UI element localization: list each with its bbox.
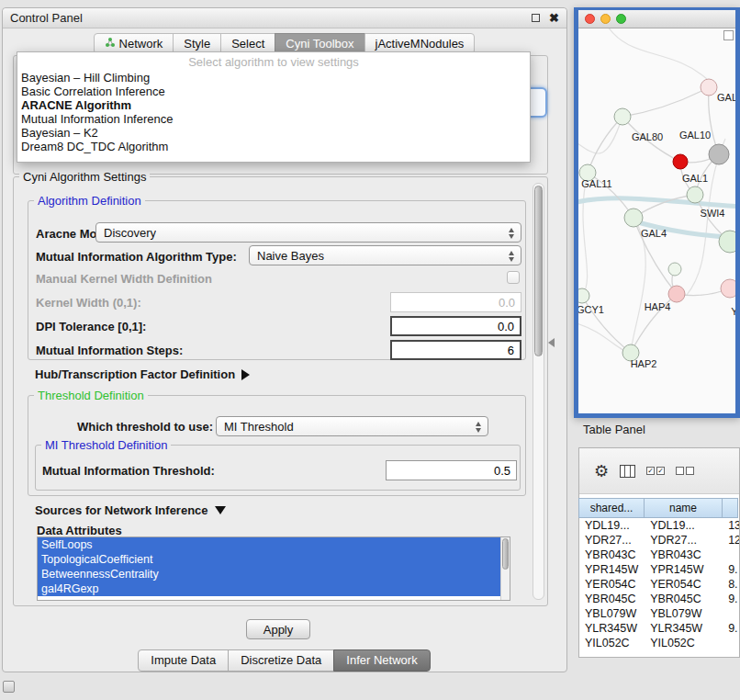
mi-type-value: Naive Bayes: [257, 249, 324, 263]
mi-threshold-field[interactable]: [386, 460, 517, 480]
network-tab-icon: [105, 37, 116, 51]
attribute-list[interactable]: SelfLoopsTopologicalCoefficientBetweenne…: [37, 536, 510, 601]
table-row[interactable]: YBR043CYBR043C: [579, 548, 739, 562]
bottom-tab-discretize-data[interactable]: Discretize Data: [228, 649, 334, 672]
table-cell: YDL19...: [579, 518, 645, 533]
unselect-all-columns-icon[interactable]: [676, 467, 694, 475]
table-cell: 9.: [723, 562, 739, 577]
column-header-2[interactable]: [722, 498, 738, 518]
mi-steps-field[interactable]: [390, 340, 521, 360]
node-GAL1[interactable]: [687, 186, 703, 203]
close-panel-icon[interactable]: ✖: [549, 12, 559, 24]
table-row[interactable]: YPR145WYPR145W9.: [579, 562, 739, 577]
column-header-name[interactable]: name: [644, 498, 723, 518]
window-title: Control Panel: [10, 11, 83, 25]
algorithm-option-bayesian-hill-climbing[interactable]: Bayesian – Hill Climbing: [17, 71, 530, 85]
table-row[interactable]: YDL19...YDL19...13: [579, 518, 739, 533]
table-row[interactable]: YBR045CYBR045C9.: [579, 592, 739, 606]
table-cell: YLR345W: [645, 621, 723, 636]
table-cell: YBR043C: [645, 548, 723, 562]
algorithm-definition-title: Algorithm Definition: [34, 194, 145, 208]
close-traffic-light[interactable]: [585, 14, 595, 24]
birdseye-toggle[interactable]: [723, 30, 734, 40]
table-row[interactable]: YBL079WYBL079W: [579, 606, 739, 621]
algorithm-option-mutual-information-inference[interactable]: Mutual Information Inference: [17, 112, 530, 126]
table-cell: YDR27...: [645, 533, 723, 548]
settings-scrollbar[interactable]: [533, 183, 544, 600]
algorithm-option-basic-correlation-inference[interactable]: Basic Correlation Inference: [17, 85, 530, 98]
table-row[interactable]: YIL052CYIL052C: [579, 636, 739, 650]
network-edge[interactable]: [622, 87, 709, 117]
mi-type-combo[interactable]: Naive Bayes: [249, 245, 521, 265]
aracne-mode-combo[interactable]: Discovery: [95, 222, 521, 243]
node-GAL4[interactable]: [624, 209, 643, 227]
table-cell: YER054C: [645, 577, 723, 592]
table-cell: YIL052C: [645, 636, 723, 650]
table-panel: ⚙ ✓✓ shared...name YDL19...YDL19...13YDR…: [578, 447, 740, 658]
bottom-tab-label: Impute Data: [151, 653, 216, 667]
network-edge[interactable]: [588, 117, 622, 173]
network-canvas[interactable]: GAL80GAL10GAL11GAL1SWI4GAL4GCY1HAP4HAP2G…: [578, 28, 735, 413]
control-panel-titlebar: Control Panel ✖: [3, 8, 566, 28]
node-center[interactable]: [668, 263, 681, 276]
bottom-tab-infer-network[interactable]: Infer Network: [333, 649, 430, 672]
table-cell: 9.: [723, 592, 739, 606]
mi-steps-label: Mutual Information Steps:: [36, 344, 183, 357]
show-columns-icon[interactable]: [620, 465, 635, 478]
zoom-traffic-light[interactable]: [616, 14, 626, 24]
tab-label: Style: [184, 37, 210, 51]
table-cell: 8.: [723, 577, 739, 592]
table-cell: YPR145W: [579, 562, 645, 577]
table-row[interactable]: YLR345WYLR345W9.: [579, 621, 739, 636]
kernel-width-field[interactable]: [390, 292, 521, 312]
attribute-list-scrollbar[interactable]: [500, 537, 510, 600]
algorithm-option-bayesian-k2[interactable]: Bayesian – K2: [17, 126, 530, 140]
attribute-item-betweennesscentrality[interactable]: BetweennessCentrality: [38, 567, 500, 581]
which-threshold-combo[interactable]: MI Threshold: [216, 416, 488, 436]
node-pink-right[interactable]: [721, 279, 735, 298]
float-window-icon[interactable]: [532, 14, 540, 22]
table-cell: YBL079W: [579, 606, 645, 621]
table-row[interactable]: YDR27...YDR27...12: [579, 533, 739, 548]
combo-updown-icon: [508, 227, 516, 240]
column-header-shared-[interactable]: shared...: [578, 498, 645, 518]
node-label-gal1: GAL1: [682, 173, 708, 184]
attribute-item-selfloops[interactable]: SelfLoops: [38, 537, 500, 552]
attribute-item-topologicalcoefficient[interactable]: TopologicalCoefficient: [38, 552, 500, 567]
node-pink-top[interactable]: [701, 79, 717, 96]
attribute-item-gal4rgexp[interactable]: gal4RGexp: [38, 581, 500, 596]
attribute-list-scrollbar-thumb[interactable]: [502, 538, 509, 570]
tab-label: Select: [231, 37, 264, 51]
node-selected-red[interactable]: [673, 154, 688, 169]
node-GAL80[interactable]: [614, 108, 631, 125]
unchecked-box-icon: [686, 467, 694, 475]
sources-toggle[interactable]: Sources for Network Inference: [35, 503, 226, 517]
split-pane-collapse-handle[interactable]: [548, 338, 555, 347]
cyni-algorithm-settings-group: Cyni Algorithm Settings Algorithm Defini…: [13, 176, 548, 606]
manual-kernel-checkbox[interactable]: [507, 271, 520, 284]
hub-definition-toggle[interactable]: Hub/Transcription Factor Definition: [35, 367, 250, 381]
table-row[interactable]: YER054CYER054C8.: [579, 577, 739, 592]
table-body: YDL19...YDL19...13YDR27...YDR27...12YBR0…: [579, 518, 739, 650]
algorithm-dropdown-popup: Select algorithm to view settings Bayesi…: [17, 51, 531, 163]
select-all-columns-icon[interactable]: ✓✓: [646, 467, 665, 475]
cyni-settings-group-title: Cyni Algorithm Settings: [19, 170, 150, 184]
checked-box-icon: ✓: [646, 467, 655, 475]
network-window-titlebar: [578, 10, 735, 28]
algorithm-option-dream8-dc-tdc-algorithm[interactable]: Dream8 DC_TDC Algorithm: [17, 140, 530, 153]
collapsed-panel-icon[interactable]: [3, 681, 15, 693]
apply-button[interactable]: Apply: [246, 619, 310, 639]
algorithm-option-aracne-algorithm[interactable]: ARACNE Algorithm: [17, 98, 530, 112]
expanded-arrow-icon: [215, 506, 226, 514]
mi-threshold-group: MI Threshold Definition Mutual Informati…: [35, 445, 521, 491]
table-cell: YBR045C: [645, 592, 723, 606]
minimize-traffic-light[interactable]: [600, 14, 611, 24]
settings-scrollbar-thumb[interactable]: [534, 186, 543, 356]
table-settings-gear-icon[interactable]: ⚙: [594, 463, 609, 480]
node-GAL10[interactable]: [709, 144, 729, 164]
dpi-tolerance-field[interactable]: [390, 316, 521, 336]
node-HAP4[interactable]: [668, 286, 685, 302]
bottom-tab-impute-data[interactable]: Impute Data: [138, 649, 229, 672]
node-GCY1[interactable]: [578, 288, 589, 303]
node-label-gal10: GAL10: [679, 130, 711, 141]
